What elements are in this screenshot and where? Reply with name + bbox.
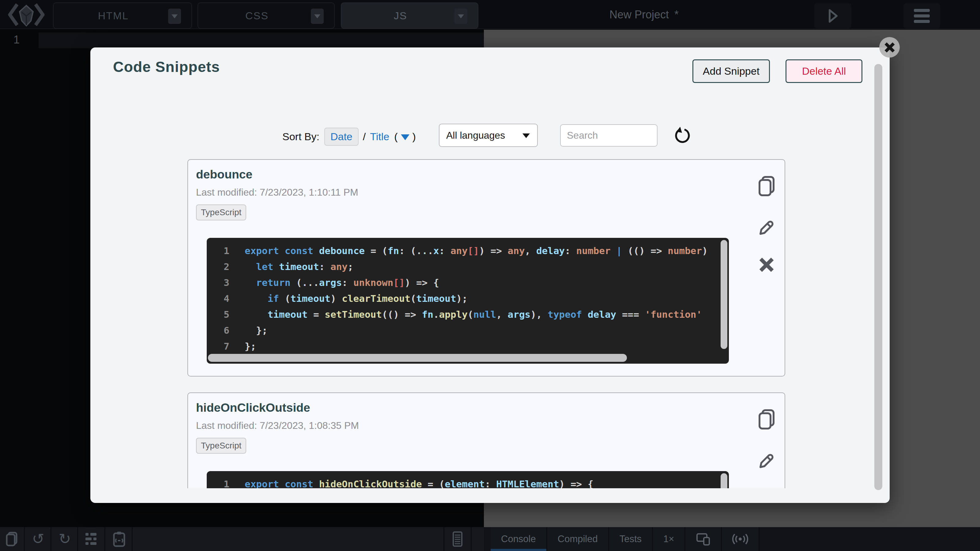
copy-snippet-icon[interactable] [757,175,776,197]
undo-button[interactable]: ↺ [26,527,51,551]
modal-close-button[interactable] [879,37,900,57]
run-button[interactable] [814,3,851,29]
line-number: 1 [215,476,229,488]
language-filter-value: All languages [446,130,505,141]
code-line: 2 let timeout: any; [215,259,729,275]
sort-by-date-button[interactable]: Date [324,128,359,146]
code-line: 3 return (...args: unknown[]) => { [215,275,729,291]
code-text: return (...args: unknown[]) => { [245,275,439,291]
line-number: 3 [215,275,229,291]
paren-close: ) [412,131,416,143]
clipboard-link-icon [112,531,126,547]
snippet-title: debounce [196,168,252,181]
add-snippet-button[interactable]: Add Snippet [692,59,770,83]
code-text: let timeout: any; [245,259,353,275]
editor-tab-js[interactable]: JS [341,2,478,29]
project-title: New Project * [609,0,679,29]
snippet-card: hideOnClickOutside Last modified: 7/23/2… [188,392,785,488]
snippet-search-input[interactable] [560,124,657,147]
code-text: export const debounce = (fn: (...x: any[… [245,243,708,259]
code-vertical-scrollbar[interactable] [721,473,727,488]
format-code-button[interactable] [444,527,472,551]
editor-tab-label: JS [394,10,426,22]
editor-settings-button[interactable] [79,527,105,551]
unsaved-indicator: * [675,8,679,21]
active-tab-underline [491,549,546,551]
undo-icon: ↺ [32,532,44,546]
live-reload-button[interactable] [722,527,759,551]
code-text: if (timeout) clearTimeout(timeout); [245,291,468,306]
refresh-button[interactable] [673,127,690,144]
code-line: 7}; [215,338,729,354]
sort-by-title-button[interactable]: Title [370,131,389,143]
output-tab-console[interactable]: Console [491,527,547,551]
edit-snippet-icon[interactable] [757,218,776,236]
editor-line-number: 1 [9,33,20,46]
snippet-code-block[interactable]: 1export const debounce = (fn: (...x: any… [207,238,729,364]
code-text: }; [245,322,268,338]
delete-all-button[interactable]: Delete All [786,59,862,83]
output-tabs: ConsoleCompiledTests1× [491,527,980,551]
snippet-language-badge: TypeScript [196,205,246,221]
code-line: 1export const debounce = (fn: (...x: any… [215,243,729,259]
responsive-views-button[interactable] [686,527,722,551]
close-icon [884,41,896,53]
snippet-code-block[interactable]: 1export const hideOnClickOutside = (elem… [207,471,729,488]
redo-button[interactable]: ↻ [52,527,78,551]
output-tab-compiled[interactable]: Compiled [547,527,609,551]
editor-tab-css[interactable]: CSS [197,2,335,29]
code-line: 4 if (timeout) clearTimeout(timeout); [215,291,729,306]
editor-tab-dropdown-button[interactable] [311,9,324,24]
copy-snippet-icon[interactable] [757,408,776,430]
sort-descending-icon [401,134,409,140]
code-text: timeout = setTimeout(() => fn.apply(null… [245,306,702,322]
play-icon [827,8,839,24]
code-snippets-modal: Code Snippets Add Snippet Delete All Sor… [90,48,890,503]
editor-tab-html[interactable]: HTML [53,2,192,29]
editor-tab-dropdown-button[interactable] [168,9,181,24]
editor-tab-label: CSS [245,10,287,22]
snippet-card: debounce Last modified: 7/23/2023, 1:10:… [188,159,785,376]
editor-tab-dropdown-button[interactable] [455,9,467,24]
output-tab-label: Compiled [558,534,598,545]
snippet-controls: Sort By: Date / Title ( ) All languages [282,124,416,149]
bottom-bar-left: ↺ ↻ [0,527,484,551]
copy-link-button[interactable] [106,527,133,551]
code-vertical-scrollbar[interactable] [721,240,727,349]
editor-current-line [38,32,484,48]
broadcast-icon [732,532,748,546]
output-tab-label: Console [501,534,536,545]
output-tab-tests[interactable]: Tests [609,527,653,551]
output-tab-1[interactable]: 1× [653,527,686,551]
app-root: HTMLCSSJS New Project * 1 [0,0,980,551]
language-filter-select[interactable]: All languages [439,124,538,147]
bottom-bar-right: ConsoleCompiledTests1× [484,527,980,551]
sort-direction-toggle[interactable]: ( ) [394,131,416,143]
output-tab-label: Tests [620,534,641,545]
delete-snippet-icon[interactable] [758,257,775,273]
code-text: export const hideOnClickOutside = (eleme… [245,476,593,488]
line-number: 4 [215,291,229,306]
sort-separator: / [363,131,366,143]
edit-snippet-icon[interactable] [757,451,776,470]
copy-code-button[interactable] [0,527,25,551]
chevron-down-icon [314,14,320,18]
snippet-language-badge: TypeScript [196,438,246,454]
modal-title: Code Snippets [113,59,220,75]
code-horizontal-scrollbar[interactable] [208,354,627,362]
editor-tab-label: HTML [98,10,147,22]
menu-button[interactable] [904,3,940,29]
code-text: }; [245,338,256,354]
paren-open: ( [394,131,398,143]
line-number: 7 [215,338,229,354]
modal-scroll-viewport[interactable]: Code Snippets Add Snippet Delete All Sor… [90,48,890,488]
sort-by-label: Sort By: [282,131,320,143]
copy-icon [5,531,19,547]
modal-scrollbar-thumb[interactable] [874,64,882,490]
output-tab-label: 1× [663,534,674,545]
list-options-icon [85,532,99,546]
chevron-down-icon [458,14,464,18]
devices-icon [696,532,711,546]
redo-icon: ↻ [59,532,71,546]
chevron-down-icon [172,14,178,18]
